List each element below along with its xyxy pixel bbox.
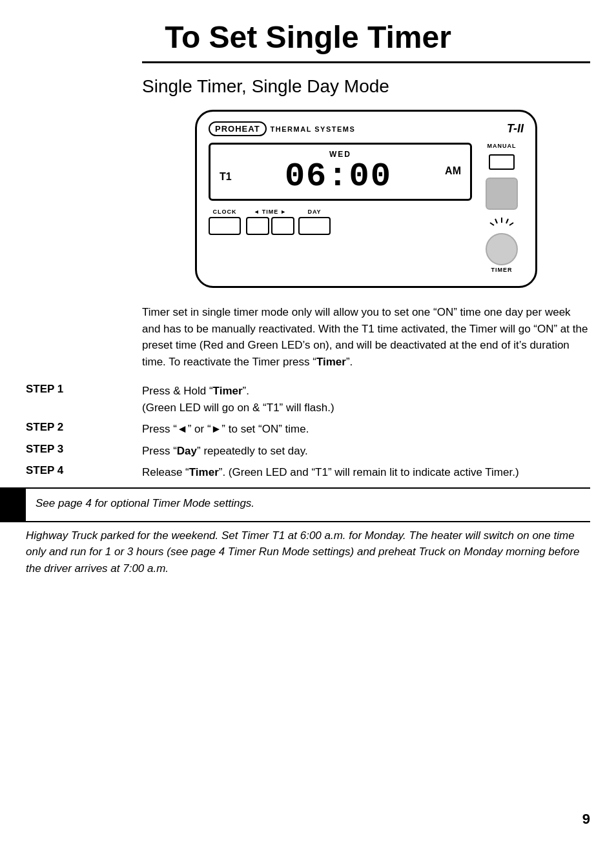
manual-button[interactable]: [489, 154, 515, 170]
step-1-text: Press & Hold “Timer”. (Green LED will go…: [142, 383, 334, 416]
lcd-middle: T1 06:00 AM: [220, 160, 461, 194]
manual-label: MANUAL: [488, 143, 517, 149]
day-label: DAY: [307, 209, 321, 215]
steps-container: STEP 1 Press & Hold “Timer”. (Green LED …: [26, 383, 590, 577]
lcd-period: AM: [445, 165, 461, 177]
step-row-1: STEP 1 Press & Hold “Timer”. (Green LED …: [26, 383, 590, 416]
svg-line-1: [495, 219, 497, 223]
main-content: Single Timer, Single Day Mode PROHEAT TH…: [142, 63, 590, 577]
buttons-row: CLOCK ◄ TIME ►: [209, 209, 472, 235]
day-button-group: DAY: [298, 209, 331, 235]
page-number: 9: [582, 811, 590, 828]
time-buttons: [246, 217, 294, 235]
brand-name: PROHEAT: [209, 121, 267, 136]
notice-text: See page 4 for optional Timer Mode setti…: [26, 489, 254, 518]
time-label-row: ◄ TIME ►: [254, 209, 287, 215]
timer-spikes-icon: [482, 218, 521, 232]
device-panel: PROHEAT THERMAL SYSTEMS T-II WED T1 06:0…: [195, 110, 537, 288]
time-button-group: ◄ TIME ►: [246, 209, 294, 235]
time-label: TIME: [262, 209, 279, 215]
clock-button[interactable]: [209, 217, 241, 235]
timer-button-container: TIMER: [482, 218, 521, 273]
thermal-text: THERMAL SYSTEMS: [271, 125, 356, 133]
description-text: Timer set in single timer mode only will…: [142, 304, 590, 370]
device-right-panel: MANUAL TIMER: [480, 143, 524, 273]
step-3-text: Press “Day” repeatedly to set day.: [142, 443, 308, 460]
lcd-screen: WED T1 06:00 AM: [209, 143, 472, 201]
day-button[interactable]: [298, 217, 331, 235]
step-1-label: STEP 1: [26, 383, 142, 396]
step-4-label: STEP 4: [26, 464, 142, 477]
lcd-timer-id: T1: [220, 171, 232, 183]
page-title: To Set Single Timer: [0, 0, 616, 61]
device-main: WED T1 06:00 AM CLOCK: [209, 143, 472, 235]
brand-logo: PROHEAT THERMAL SYSTEMS: [209, 121, 355, 136]
step-2-text: Press “◄” or “►” to set “ON” time.: [142, 421, 309, 438]
time-left-icon: ◄: [254, 209, 260, 215]
clock-label: CLOCK: [213, 209, 237, 215]
svg-line-2: [506, 219, 508, 223]
svg-line-3: [490, 223, 494, 225]
time-forward-button[interactable]: [271, 217, 294, 235]
timer-label: TIMER: [491, 267, 513, 273]
svg-line-4: [509, 223, 513, 225]
time-right-icon: ►: [280, 209, 287, 215]
section-subtitle: Single Timer, Single Day Mode: [142, 76, 590, 97]
time-back-button[interactable]: [246, 217, 269, 235]
notice-section: NOTICE See page 4 for optional Timer Mod…: [0, 487, 590, 522]
step-row-3: STEP 3 Press “Day” repeatedly to set day…: [26, 443, 590, 460]
big-button[interactable]: [486, 178, 518, 210]
example-section: Example Highway Truck parked for the wee…: [0, 527, 590, 577]
step-2-label: STEP 2: [26, 421, 142, 434]
lcd-time: 06:00: [285, 160, 392, 194]
device-header: PROHEAT THERMAL SYSTEMS T-II: [209, 121, 524, 136]
step-4-text: Release “Timer”. (Green LED and “T1” wil…: [142, 464, 519, 481]
timer-button[interactable]: [486, 233, 518, 265]
step-row-4: STEP 4 Release “Timer”. (Green LED and “…: [26, 464, 590, 481]
device-diagram: PROHEAT THERMAL SYSTEMS T-II WED T1 06:0…: [142, 110, 590, 288]
example-label: Example: [0, 527, 26, 540]
device-body: WED T1 06:00 AM CLOCK: [209, 143, 524, 273]
notice-label: NOTICE: [0, 489, 26, 521]
clock-button-group: CLOCK: [209, 209, 241, 235]
example-text: Highway Truck parked for the weekend. Se…: [26, 527, 590, 577]
model-text: T-II: [507, 122, 524, 136]
step-row-2: STEP 2 Press “◄” or “►” to set “ON” time…: [26, 421, 590, 438]
step-3-label: STEP 3: [26, 443, 142, 456]
